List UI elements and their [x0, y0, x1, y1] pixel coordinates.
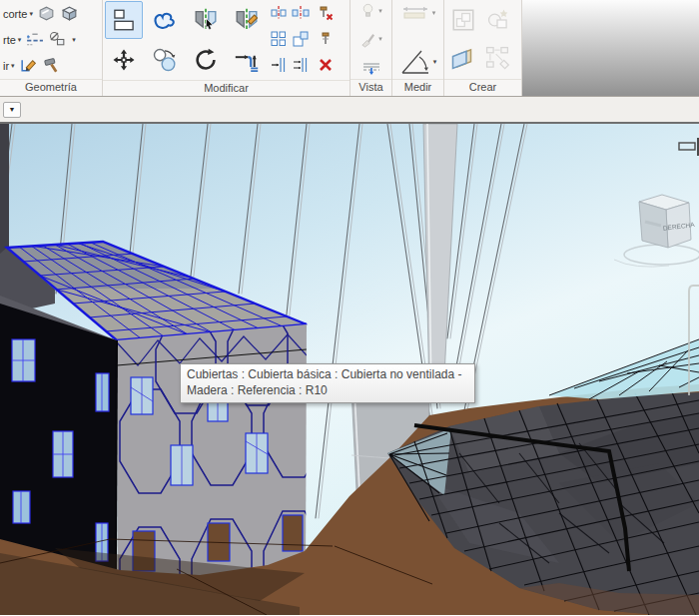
unjoin-geometry-button[interactable]	[47, 29, 68, 50]
align-button[interactable]	[228, 41, 266, 79]
split-with-gap-button[interactable]	[291, 1, 311, 25]
ribbon: corte ▾	[0, 0, 699, 97]
join-geometry-button[interactable]: rte ▾	[2, 33, 22, 47]
paint-override-button[interactable]: ▾	[358, 30, 383, 49]
cut-geometry-label: corte	[3, 8, 27, 20]
trim-extend-multiple-button[interactable]	[291, 53, 311, 77]
beam-joins-button[interactable]	[24, 29, 45, 50]
ribbon-empty-area	[522, 0, 699, 96]
options-dropdown-button[interactable]: ▼	[3, 102, 21, 118]
array-icon	[270, 30, 288, 48]
unjoin-icon	[48, 30, 67, 49]
panel-label-medir: Medir	[392, 79, 443, 96]
show-geometry-button[interactable]	[59, 3, 80, 24]
paintbrush-icon	[359, 31, 376, 48]
create-region-button[interactable]	[146, 1, 184, 39]
coping-icon	[37, 4, 56, 23]
apply-coping-button[interactable]	[36, 3, 57, 24]
demolish-button[interactable]	[41, 55, 62, 76]
panel-crear: Crear	[444, 0, 522, 96]
create-group-button[interactable]	[447, 42, 479, 74]
options-bar: ▼	[0, 97, 699, 124]
chevron-down-icon[interactable]: ▾	[72, 36, 76, 44]
building-left-face[interactable]	[0, 296, 117, 586]
mirror-draw-axis-button[interactable]	[228, 1, 266, 39]
mirror-draw-icon	[233, 6, 261, 34]
chevron-down-icon: ▾	[433, 58, 437, 66]
chevron-down-icon: ▾	[378, 7, 382, 15]
panel-vista: ▾ ▾	[350, 0, 392, 96]
copy-icon	[151, 46, 179, 74]
scale-icon	[292, 30, 310, 48]
trim-corner-button[interactable]	[269, 53, 289, 77]
delete-x-icon	[317, 56, 335, 74]
chevron-down-icon: ▼	[9, 106, 16, 113]
box-selection-button[interactable]	[449, 6, 477, 34]
trim-icon	[270, 56, 288, 74]
panel-label-geometria: Geometría	[0, 79, 102, 96]
assembly-diagram-icon	[484, 45, 510, 71]
copy-button[interactable]	[146, 41, 184, 79]
panel-modificar: Modificar	[103, 0, 350, 96]
split-element-button[interactable]	[269, 1, 289, 25]
cut-geometry-button[interactable]: corte ▾	[2, 7, 34, 21]
selection-box-icon	[450, 7, 476, 33]
beam-joins-icon	[25, 30, 44, 49]
show-hidden-lines-button[interactable]	[360, 58, 382, 78]
element-tooltip: Cubiertas : Cubierta básica : Cubierta n…	[180, 363, 475, 403]
hammer-icon	[42, 56, 61, 75]
edit-profile-button[interactable]	[18, 55, 39, 76]
panel-label-vista: Vista	[350, 79, 391, 96]
measure-length-button[interactable]: ▾	[399, 1, 437, 25]
group-icon	[448, 43, 478, 73]
move-button[interactable]	[105, 41, 143, 79]
scale-button[interactable]	[291, 27, 311, 51]
lightbulb-icon	[359, 2, 376, 19]
pin-icon	[317, 30, 335, 48]
delete-button[interactable]	[316, 53, 336, 77]
chevron-down-icon: ▾	[378, 35, 382, 43]
region-outline-icon	[150, 5, 180, 35]
split-icon	[270, 4, 288, 22]
mirror-pick-icon	[192, 6, 220, 34]
unpin-button[interactable]	[316, 1, 336, 25]
chevron-down-icon: ▾	[11, 62, 15, 70]
chevron-down-icon: ▾	[29, 10, 33, 18]
panel-geometria: corte ▾	[0, 0, 103, 96]
cube-icon	[60, 4, 79, 23]
chevron-down-icon: ▾	[18, 36, 22, 44]
mirror-pick-axis-button[interactable]	[187, 1, 225, 39]
paste-button[interactable]	[105, 1, 143, 39]
rectangles-icon	[111, 7, 137, 33]
rotate-icon	[192, 46, 220, 74]
split-face-button[interactable]: ir ▾	[2, 59, 16, 73]
chevron-down-icon: ▾	[432, 9, 436, 17]
panel-medir: ▾ ▾ Medir	[392, 0, 444, 96]
panel-label-crear: Crear	[444, 79, 521, 96]
unpin-icon	[317, 4, 335, 22]
left-edge-wall[interactable]	[0, 124, 9, 256]
create-assembly-button[interactable]	[483, 44, 511, 72]
measure-length-icon	[400, 2, 430, 24]
drawing-area[interactable]: DERECHA Cubiertas : Cubierta básica : Cu…	[0, 124, 699, 615]
revit-window: corte ▾	[0, 0, 699, 616]
split-gap-icon	[292, 4, 310, 22]
tooltip-line-2: Madera : Referencia : R10	[187, 382, 468, 398]
create-similar-button[interactable]	[483, 6, 511, 34]
hidden-lines-icon	[361, 59, 381, 77]
join-geometry-label: rte	[3, 34, 16, 46]
align-icon	[233, 46, 261, 74]
measure-angle-icon	[399, 47, 431, 77]
panel-label-modificar: Modificar	[103, 80, 350, 96]
tooltip-line-1: Cubiertas : Cubierta básica : Cubierta n…	[187, 366, 468, 382]
create-similar-icon	[484, 7, 510, 33]
pin-button[interactable]	[316, 27, 336, 51]
move-icon	[110, 46, 138, 74]
extend-icon	[292, 56, 310, 74]
rotate-button[interactable]	[187, 41, 225, 79]
toggle-visibility-button[interactable]: ▾	[358, 1, 383, 20]
measure-angle-button[interactable]: ▾	[398, 46, 438, 78]
split-face-label: ir	[3, 60, 9, 72]
pencil-sketch-icon	[19, 56, 38, 75]
array-button[interactable]	[269, 27, 289, 51]
